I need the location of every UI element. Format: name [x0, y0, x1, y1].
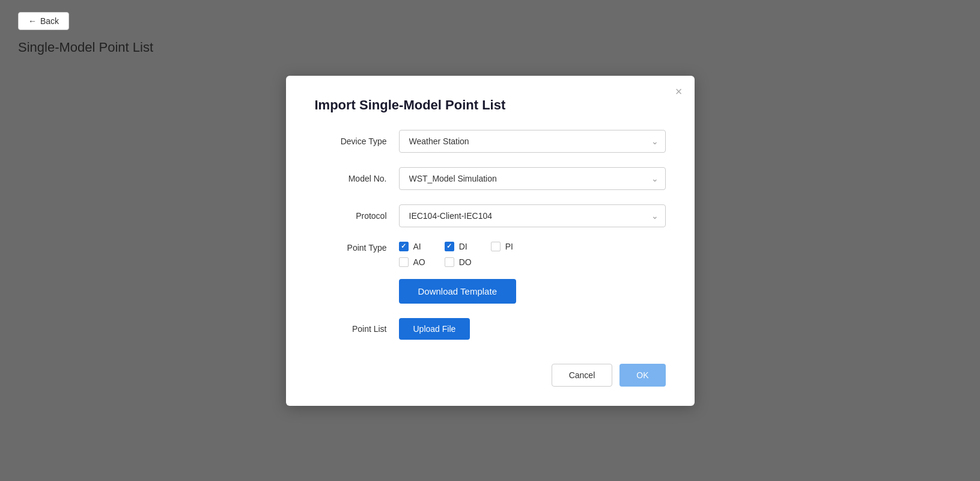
- protocol-select[interactable]: IEC104-Client-IEC104: [399, 204, 666, 227]
- checkbox-item-ai[interactable]: AI: [399, 242, 425, 251]
- model-no-label: Model No.: [315, 174, 387, 183]
- checkbox-item-ao[interactable]: AO: [399, 257, 425, 267]
- di-label: DI: [459, 242, 467, 251]
- cancel-button[interactable]: Cancel: [552, 364, 613, 387]
- pi-checkbox[interactable]: [491, 242, 501, 251]
- protocol-label: Protocol: [315, 211, 387, 221]
- point-type-label: Point Type: [315, 242, 387, 253]
- model-no-row: Model No. WST_Model Simulation ⌄: [315, 167, 666, 190]
- modal-title: Import Single-Model Point List: [315, 97, 666, 113]
- protocol-select-wrapper[interactable]: IEC104-Client-IEC104 ⌄: [399, 204, 666, 227]
- device-type-label: Device Type: [315, 136, 387, 146]
- close-button[interactable]: ×: [675, 85, 683, 97]
- ai-checkbox[interactable]: [399, 242, 409, 251]
- device-type-select[interactable]: Weather Station: [399, 130, 666, 153]
- point-type-row: Point Type AI DI PI: [315, 242, 666, 267]
- model-no-select[interactable]: WST_Model Simulation: [399, 167, 666, 190]
- upload-file-button[interactable]: Upload File: [399, 318, 470, 340]
- download-template-button[interactable]: Download Template: [399, 279, 516, 304]
- ai-label: AI: [413, 242, 421, 251]
- device-type-select-wrapper[interactable]: Weather Station ⌄: [399, 130, 666, 153]
- modal-footer: Cancel OK: [315, 359, 666, 387]
- point-type-checkboxes: AI DI PI AO: [399, 242, 513, 267]
- checkbox-item-di[interactable]: DI: [445, 242, 472, 251]
- ao-checkbox[interactable]: [399, 257, 409, 267]
- di-checkbox[interactable]: [445, 242, 454, 251]
- pi-label: PI: [505, 242, 513, 251]
- import-modal: × Import Single-Model Point List Device …: [286, 76, 695, 406]
- checkbox-item-pi[interactable]: PI: [491, 242, 513, 251]
- protocol-row: Protocol IEC104-Client-IEC104 ⌄: [315, 204, 666, 227]
- checkbox-item-do[interactable]: DO: [445, 257, 472, 267]
- ao-label: AO: [413, 257, 425, 267]
- download-template-row: Download Template: [399, 279, 666, 304]
- modal-overlay: × Import Single-Model Point List Device …: [0, 0, 980, 481]
- device-type-row: Device Type Weather Station ⌄: [315, 130, 666, 153]
- point-list-row: Point List Upload File: [315, 318, 666, 340]
- model-no-select-wrapper[interactable]: WST_Model Simulation ⌄: [399, 167, 666, 190]
- do-label: DO: [459, 257, 472, 267]
- point-list-label: Point List: [315, 324, 387, 334]
- ok-button[interactable]: OK: [619, 364, 665, 387]
- do-checkbox[interactable]: [445, 257, 454, 267]
